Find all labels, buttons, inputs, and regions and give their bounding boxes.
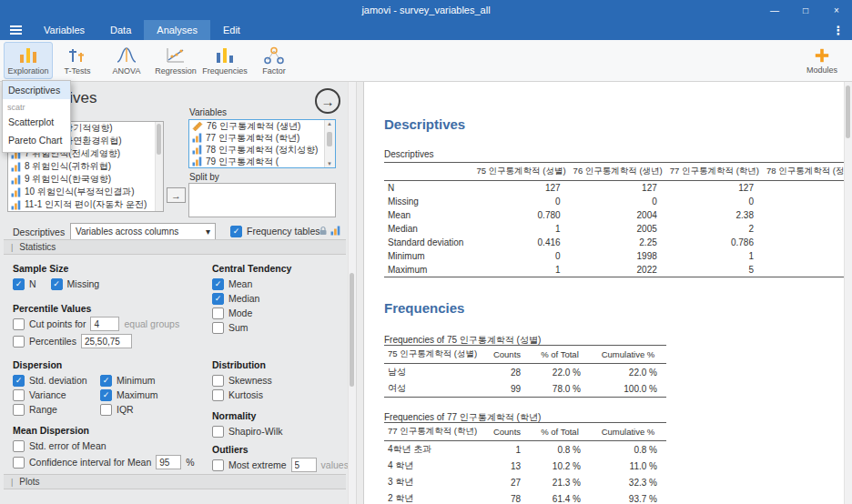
source-list-scrollbar[interactable] xyxy=(155,122,163,211)
cell: 2004 xyxy=(570,208,666,222)
split-by-target-box[interactable] xyxy=(188,183,336,217)
cell: 27 xyxy=(484,474,530,490)
cell: 2.25 xyxy=(570,236,666,249)
assign-variable-button[interactable]: → xyxy=(167,187,186,203)
most-extreme-checkbox[interactable]: Most extreme xyxy=(212,459,287,471)
frequencies-gender-table-wrap: 75 인구통계학적 (성별) Counts % of Total Cumulat… xyxy=(384,345,666,398)
checkbox-icon xyxy=(100,375,112,387)
cell: 0.416 xyxy=(472,236,569,249)
iqr-checkbox[interactable]: IQR xyxy=(100,402,134,417)
list-item[interactable]: 8 위험인식(귀하위협) xyxy=(8,160,163,173)
confidence-interval-input[interactable] xyxy=(156,455,181,469)
menu-item-pareto-chart[interactable]: Pareto Chart xyxy=(3,131,70,149)
percentiles-checkbox[interactable]: Percentiles xyxy=(13,336,76,348)
scrollbar-thumb[interactable] xyxy=(327,132,332,146)
cell: 2.38 xyxy=(666,208,763,222)
list-item[interactable]: 11-1 인지적 편이(자동차 운전) xyxy=(8,198,163,211)
most-extreme-input[interactable] xyxy=(291,458,317,472)
checkbox-icon xyxy=(51,278,63,290)
mode-checkbox[interactable]: Mode xyxy=(212,306,291,320)
close-button[interactable]: × xyxy=(821,0,852,20)
variable-bars-icon xyxy=(192,133,202,143)
sum-checkbox[interactable]: Sum xyxy=(212,320,291,335)
tab-edit[interactable]: Edit xyxy=(210,20,253,40)
ribbon-exploration-button[interactable]: Exploration xyxy=(4,42,53,79)
cell: 1 xyxy=(472,222,569,236)
percentiles-input[interactable] xyxy=(81,334,132,348)
table-row: N127127127127 xyxy=(384,181,852,196)
mean-checkbox[interactable]: Mean xyxy=(212,277,291,291)
variables-target-box[interactable]: 76 인구통계학적 (생년) 77 인구통계학적 (학년) 78 인구통계학적 … xyxy=(188,119,336,168)
shapiro-wilk-checkbox[interactable]: Shapiro-Wilk xyxy=(212,424,283,438)
variables-box-scrollbar[interactable]: ▲ ▼ xyxy=(324,120,335,167)
cell: 13 xyxy=(484,458,530,474)
options-panel-scrollbar[interactable] xyxy=(348,82,356,504)
cell: 28 xyxy=(484,364,530,381)
menu-item-scatterplot[interactable]: Scatterplot xyxy=(3,113,70,131)
column-header: % of Total xyxy=(530,346,590,364)
maximum-checkbox[interactable]: Maximum xyxy=(100,388,158,402)
maximize-button[interactable]: □ xyxy=(790,0,821,20)
list-item[interactable]: 10 위험인식(부정적인결과) xyxy=(8,186,163,198)
tab-data[interactable]: Data xyxy=(97,20,144,40)
missing-checkbox[interactable]: Missing xyxy=(51,277,100,291)
variance-checkbox[interactable]: Variance xyxy=(13,388,100,402)
more-options-icon[interactable]: ⋮ xyxy=(825,20,852,40)
layout-select[interactable]: Variables across columns ▾ xyxy=(70,223,216,240)
cell: Minimum xyxy=(384,249,472,263)
cell: 21.3 % xyxy=(530,474,590,490)
hamburger-menu-icon[interactable] xyxy=(0,20,31,40)
ribbon-frequencies-button[interactable]: Frequencies xyxy=(200,42,249,79)
analyses-ribbon: Exploration T-Tests ANOVA Regression Fre… xyxy=(0,40,852,82)
results-scrollbar[interactable] xyxy=(844,82,852,504)
distribution-group: Distribution Skewness Kurtosis xyxy=(212,359,272,402)
range-checkbox[interactable]: Range xyxy=(13,402,100,417)
normality-group: Normality Shapiro-Wilk xyxy=(212,410,283,438)
ribbon-factor-button[interactable]: Factor xyxy=(249,42,299,79)
tab-analyses[interactable]: Analyses xyxy=(144,20,210,40)
cell: Maximum xyxy=(384,263,472,277)
checkbox-icon xyxy=(13,278,25,290)
tab-variables[interactable]: Variables xyxy=(31,20,97,40)
list-item[interactable]: 76 인구통계학적 (생년) xyxy=(189,120,335,132)
skewness-checkbox[interactable]: Skewness xyxy=(212,373,272,388)
list-item[interactable]: 78 인구통계학적 (정치성향) xyxy=(189,144,335,156)
table-row: Median1200523 xyxy=(384,222,852,236)
menu-bar: Variables Data Analyses Edit ⋮ xyxy=(0,20,852,40)
cell: Standard deviation xyxy=(384,236,472,249)
minimum-checkbox[interactable]: Minimum xyxy=(100,373,156,388)
modules-button[interactable]: Modules xyxy=(797,44,847,78)
list-item[interactable]: 9 위험인식(한국영향) xyxy=(8,173,163,186)
results-arrow-button[interactable]: → xyxy=(315,88,340,114)
std-deviation-checkbox[interactable]: Std. deviation xyxy=(13,373,100,388)
dispersion-group: Dispersion Std. deviation Minimum Varian… xyxy=(13,359,158,417)
cut-points-checkbox[interactable]: Cut points for xyxy=(13,318,86,330)
modules-plus-icon xyxy=(814,47,830,64)
column-header xyxy=(384,163,472,181)
cut-points-input[interactable] xyxy=(90,317,119,331)
cell: 1 xyxy=(472,263,569,277)
scroll-up-icon[interactable]: ▲ xyxy=(325,121,334,126)
list-item[interactable]: 79 인구통계학적 ( xyxy=(189,156,335,167)
n-checkbox[interactable]: N xyxy=(13,277,36,291)
menu-group-scatr: scatr xyxy=(3,99,70,113)
list-item[interactable]: 77 인구통계학적 (학년) xyxy=(189,132,335,144)
frequency-tables-checkbox[interactable]: Frequency tables xyxy=(230,224,320,238)
median-checkbox[interactable]: Median xyxy=(212,291,291,306)
menu-item-descriptives[interactable]: Descriptives xyxy=(3,81,70,99)
variable-bars-icon xyxy=(192,156,202,166)
cell: Median xyxy=(384,222,472,236)
scroll-down-icon[interactable]: ▼ xyxy=(325,161,334,166)
ribbon-anova-button[interactable]: ANOVA xyxy=(102,42,151,79)
checkbox-icon xyxy=(100,389,112,401)
confidence-interval-checkbox[interactable]: Confidence interval for Mean xyxy=(13,457,151,469)
std-error-checkbox[interactable]: Std. error of Mean xyxy=(13,438,195,453)
ribbon-regression-button[interactable]: Regression xyxy=(151,42,200,79)
ribbon-ttests-button[interactable]: T-Tests xyxy=(53,42,102,79)
kurtosis-checkbox[interactable]: Kurtosis xyxy=(212,388,272,402)
minimize-button[interactable]: — xyxy=(759,0,790,20)
statistics-section-header[interactable]: | Statistics xyxy=(4,239,346,255)
plots-section-header[interactable]: | Plots xyxy=(4,474,346,489)
results-panel: Descriptives Descriptives 75 인구통계학적 (성별)… xyxy=(363,82,852,504)
column-header: Counts xyxy=(484,423,530,441)
